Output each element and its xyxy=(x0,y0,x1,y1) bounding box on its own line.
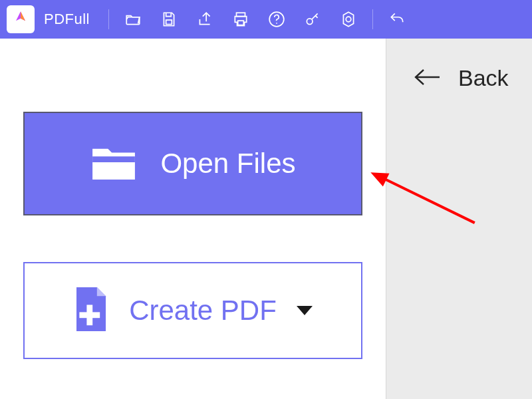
svg-point-5 xyxy=(307,19,313,25)
side-panel: Back xyxy=(386,39,532,399)
undo-icon[interactable] xyxy=(385,7,409,31)
toolbar-separator xyxy=(108,9,109,29)
svg-rect-0 xyxy=(166,20,172,25)
save-icon[interactable] xyxy=(157,7,181,31)
app-name: PDFull xyxy=(44,11,90,28)
open-files-label: Open Files xyxy=(160,148,295,180)
toolbar: PDFull xyxy=(0,0,532,39)
back-button[interactable]: Back xyxy=(386,65,532,91)
print-icon[interactable] xyxy=(229,7,253,31)
back-label: Back xyxy=(458,65,509,91)
document-plus-icon xyxy=(73,287,109,334)
key-icon[interactable] xyxy=(301,7,325,31)
logo-icon xyxy=(11,10,30,29)
create-pdf-button[interactable]: Create PDF xyxy=(23,262,362,359)
toolbar-separator xyxy=(372,9,373,29)
main-area: Open Files Create PDF xyxy=(0,39,386,399)
svg-point-7 xyxy=(346,17,351,22)
svg-rect-2 xyxy=(238,21,244,25)
svg-marker-6 xyxy=(343,12,353,27)
chevron-down-icon xyxy=(297,306,313,315)
share-icon[interactable] xyxy=(193,7,217,31)
svg-rect-10 xyxy=(80,312,100,318)
svg-rect-8 xyxy=(93,156,136,162)
arrow-left-icon xyxy=(413,67,442,90)
svg-point-4 xyxy=(276,23,277,24)
folder-icon xyxy=(90,143,138,184)
settings-icon[interactable] xyxy=(336,7,360,31)
create-pdf-label: Create PDF xyxy=(129,295,277,327)
app-logo xyxy=(7,5,35,33)
help-icon[interactable] xyxy=(265,7,289,31)
open-icon[interactable] xyxy=(121,7,145,31)
open-files-button[interactable]: Open Files xyxy=(23,112,362,215)
